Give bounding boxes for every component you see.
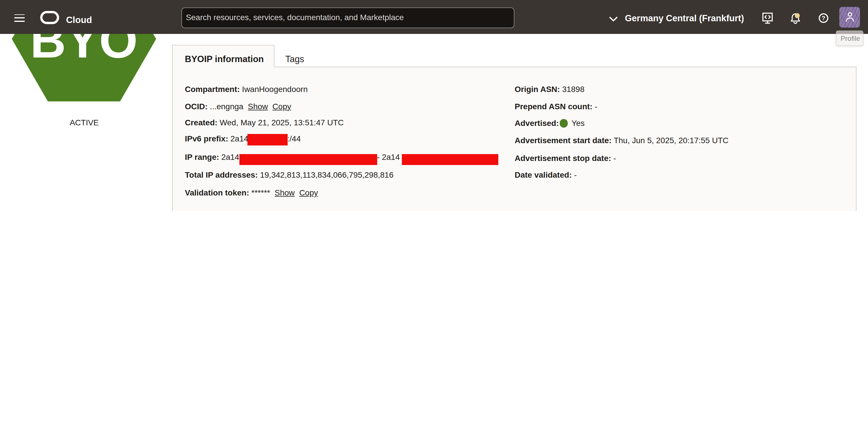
svg-text:?: ? — [822, 15, 826, 21]
